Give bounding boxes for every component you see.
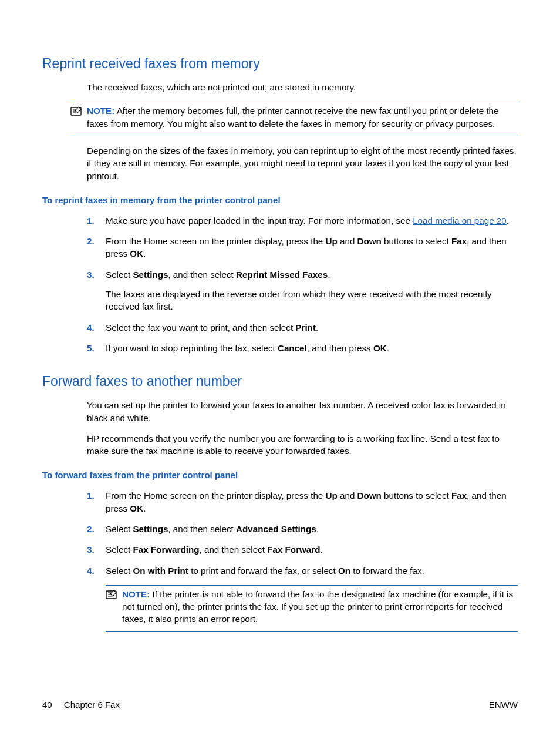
steps-list: 1. From the Home screen on the printer d… [87, 489, 518, 631]
heading-reprint: Reprint received faxes from memory [42, 54, 518, 73]
step-number: 3. [87, 543, 95, 556]
step-text: From the Home screen on the printer disp… [106, 235, 518, 260]
step-number: 2. [87, 523, 95, 535]
step-item: 1. From the Home screen on the printer d… [87, 489, 518, 515]
section-reprint-faxes: Reprint received faxes from memory The r… [42, 54, 518, 354]
step-item: 2. From the Home screen on the printer d… [87, 235, 518, 260]
step-number: 4. [87, 564, 95, 577]
step-item: 1. Make sure you have paper loaded in th… [87, 214, 518, 227]
step-text: Select Settings, and then select Advance… [106, 523, 518, 535]
note-text: After the memory becomes full, the print… [87, 106, 499, 128]
step-number: 1. [87, 489, 95, 502]
step-text: Select the fax you want to print, and th… [106, 321, 518, 334]
step-text: Select On with Print to print and forwar… [106, 564, 518, 577]
step-text: The faxes are displayed in the reverse o… [106, 288, 518, 313]
step-number: 3. [87, 268, 95, 281]
footer-right: ENWW [489, 698, 518, 711]
step-text: Make sure you have paper loaded in the i… [106, 214, 518, 227]
note-icon [70, 106, 83, 116]
section-forward-faxes: Forward faxes to another number You can … [42, 372, 518, 632]
step-text: From the Home screen on the printer disp… [106, 489, 518, 515]
chapter-label: Chapter 6 Fax [64, 700, 120, 710]
note-content: NOTE: If the printer is not able to forw… [122, 588, 518, 626]
steps-list: 1. Make sure you have paper loaded in th… [87, 214, 518, 354]
note-box: NOTE: If the printer is not able to forw… [106, 585, 518, 632]
note-text: If the printer is not able to forward th… [122, 589, 513, 624]
sub-heading-forward: To forward faxes from the printer contro… [42, 469, 518, 481]
step-text: If you want to stop reprinting the fax, … [106, 342, 518, 354]
step-item: 3. Select Fax Forwarding, and then selec… [87, 543, 518, 556]
heading-forward: Forward faxes to another number [42, 372, 518, 391]
note-label: NOTE: [122, 589, 150, 599]
step-item: 5. If you want to stop reprinting the fa… [87, 342, 518, 354]
step-number: 2. [87, 235, 95, 247]
step-number: 1. [87, 214, 95, 227]
page-number: 40 [42, 700, 52, 710]
note-box: NOTE: After the memory becomes full, the… [70, 102, 518, 136]
body-text: Depending on the sizes of the faxes in m… [87, 145, 518, 182]
step-text: Select Settings, and then select Reprint… [106, 268, 518, 281]
sub-heading-reprint: To reprint faxes in memory from the prin… [42, 194, 518, 206]
body-text: The received faxes, which are not printe… [87, 81, 518, 93]
link-load-media[interactable]: Load media on page 20 [413, 216, 507, 226]
step-item: 3. Select Settings, and then select Repr… [87, 268, 518, 313]
note-icon [106, 589, 119, 600]
step-text: Select Fax Forwarding, and then select F… [106, 543, 518, 556]
step-item: 4. Select the fax you want to print, and… [87, 321, 518, 334]
body-text: You can set up the printer to forward yo… [87, 399, 518, 424]
step-item: 2. Select Settings, and then select Adva… [87, 523, 518, 535]
step-number: 5. [87, 342, 95, 354]
note-content: NOTE: After the memory becomes full, the… [87, 105, 518, 130]
note-label: NOTE: [87, 106, 114, 116]
body-text: HP recommends that you verify the number… [87, 432, 518, 458]
page-footer: 40 Chapter 6 Fax ENWW [42, 698, 518, 711]
step-number: 4. [87, 321, 95, 334]
step-item: 4. Select On with Print to print and for… [87, 564, 518, 632]
